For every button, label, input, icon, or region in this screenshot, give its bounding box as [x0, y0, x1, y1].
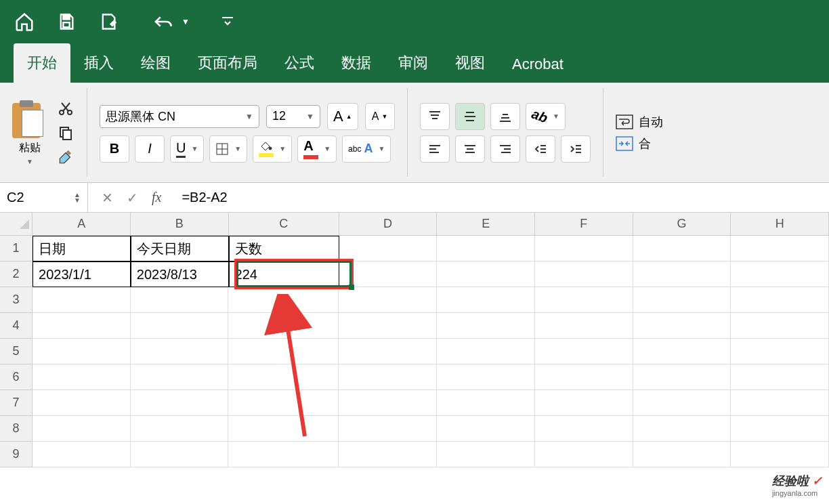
tab-draw[interactable]: 绘图 — [127, 43, 184, 83]
cell[interactable] — [437, 313, 535, 339]
font-color-button[interactable]: A ▼ — [297, 135, 337, 163]
border-button[interactable]: ▼ — [209, 135, 247, 163]
save-icon[interactable] — [56, 11, 77, 33]
font-name-combo[interactable]: 思源黑体 CN ▼ — [100, 105, 259, 128]
cell[interactable] — [228, 364, 339, 390]
cell-F2[interactable] — [535, 261, 633, 287]
cell-A1[interactable]: 日期 — [33, 236, 131, 261]
cell[interactable] — [633, 339, 731, 364]
col-header-C[interactable]: C — [229, 213, 339, 236]
orientation-button[interactable]: ab▼ — [526, 103, 566, 130]
name-box-stepper-icon[interactable]: ▲▼ — [74, 192, 81, 203]
cell[interactable] — [228, 416, 339, 442]
cell-C2[interactable]: 224 — [229, 261, 339, 287]
tab-acrobat[interactable]: Acrobat — [498, 46, 577, 83]
cell[interactable] — [731, 339, 829, 364]
phonetic-button[interactable]: abc A ▼ — [342, 135, 391, 163]
row-header-8[interactable]: 8 — [0, 416, 33, 442]
cell-B2[interactable]: 2023/8/13 — [131, 261, 229, 287]
cell-D2[interactable] — [339, 261, 438, 287]
italic-button[interactable]: I — [135, 135, 165, 163]
home-icon[interactable] — [14, 11, 35, 33]
cell[interactable] — [339, 339, 437, 364]
cell[interactable] — [535, 364, 633, 390]
cell[interactable] — [633, 442, 731, 467]
save-edit-icon[interactable] — [98, 11, 119, 33]
font-size-combo[interactable]: 12 ▼ — [266, 105, 320, 128]
row-header-6[interactable]: 6 — [0, 364, 33, 390]
wrap-text-button[interactable]: 自动 — [616, 114, 663, 130]
cell-H1[interactable] — [731, 236, 829, 261]
cell[interactable] — [633, 390, 731, 416]
row-header-5[interactable]: 5 — [0, 339, 33, 364]
chevron-down-icon[interactable]: ▼ — [26, 158, 33, 165]
fill-handle[interactable] — [349, 285, 354, 290]
cell[interactable] — [339, 313, 437, 339]
row-header-4[interactable]: 4 — [0, 313, 33, 339]
cell[interactable] — [131, 339, 229, 364]
cell-B1[interactable]: 今天日期 — [131, 236, 229, 261]
tab-data[interactable]: 数据 — [328, 43, 385, 83]
cell-E2[interactable] — [437, 261, 535, 287]
cell-C1[interactable]: 天数 — [229, 236, 339, 261]
align-right-button[interactable] — [490, 135, 520, 163]
cell[interactable] — [731, 390, 829, 416]
col-header-B[interactable]: B — [131, 213, 229, 236]
fx-icon[interactable]: fx — [152, 190, 161, 205]
align-middle-button[interactable] — [455, 103, 485, 130]
cancel-icon[interactable]: ✕ — [102, 190, 113, 206]
undo-dropdown-icon[interactable]: ▼ — [182, 17, 190, 26]
cell-H2[interactable] — [731, 261, 829, 287]
tab-review[interactable]: 审阅 — [385, 43, 442, 83]
cell[interactable] — [437, 442, 535, 467]
cell[interactable] — [437, 339, 535, 364]
cell[interactable] — [228, 313, 339, 339]
paste-button[interactable]: 粘贴 ▼ — [12, 100, 47, 165]
cell[interactable] — [437, 416, 535, 442]
cell[interactable] — [33, 287, 131, 313]
tab-formula[interactable]: 公式 — [271, 43, 328, 83]
confirm-icon[interactable]: ✓ — [127, 190, 138, 206]
cell[interactable] — [33, 416, 131, 442]
cell-D1[interactable] — [339, 236, 438, 261]
copy-icon[interactable] — [57, 124, 75, 142]
cell[interactable] — [228, 339, 339, 364]
cell[interactable] — [633, 416, 731, 442]
formula-input[interactable]: =B2-A2 — [175, 190, 829, 205]
col-header-D[interactable]: D — [339, 213, 438, 236]
col-header-F[interactable]: F — [535, 213, 633, 236]
tab-view[interactable]: 视图 — [442, 43, 498, 83]
cell-E1[interactable] — [437, 236, 535, 261]
tab-home[interactable]: 开始 — [14, 43, 70, 83]
align-bottom-button[interactable] — [490, 103, 520, 130]
cell[interactable] — [131, 390, 229, 416]
cell[interactable] — [33, 339, 131, 364]
cell-F1[interactable] — [535, 236, 633, 261]
col-header-A[interactable]: A — [33, 213, 131, 236]
row-header-7[interactable]: 7 — [0, 390, 33, 416]
cell[interactable] — [535, 416, 633, 442]
cell[interactable] — [33, 390, 131, 416]
select-all-corner[interactable] — [0, 213, 33, 236]
bold-button[interactable]: B — [100, 135, 129, 163]
cell[interactable] — [535, 287, 633, 313]
cell[interactable] — [339, 442, 437, 467]
cell[interactable] — [731, 442, 829, 467]
cell[interactable] — [437, 364, 535, 390]
decrease-font-button[interactable]: A▼ — [365, 103, 395, 130]
row-header-2[interactable]: 2 — [0, 261, 33, 287]
row-header-9[interactable]: 9 — [0, 442, 33, 467]
increase-font-button[interactable]: A▲ — [327, 103, 358, 130]
align-top-button[interactable] — [420, 103, 450, 130]
cell-G1[interactable] — [633, 236, 731, 261]
tab-insert[interactable]: 插入 — [70, 43, 127, 83]
cell[interactable] — [339, 287, 437, 313]
cell-G2[interactable] — [633, 261, 731, 287]
cell[interactable] — [131, 313, 229, 339]
cell[interactable] — [228, 442, 339, 467]
cell[interactable] — [339, 416, 437, 442]
cell[interactable] — [33, 442, 131, 467]
cell[interactable] — [437, 287, 535, 313]
cell[interactable] — [731, 287, 829, 313]
merge-button[interactable]: 合 — [616, 135, 663, 152]
